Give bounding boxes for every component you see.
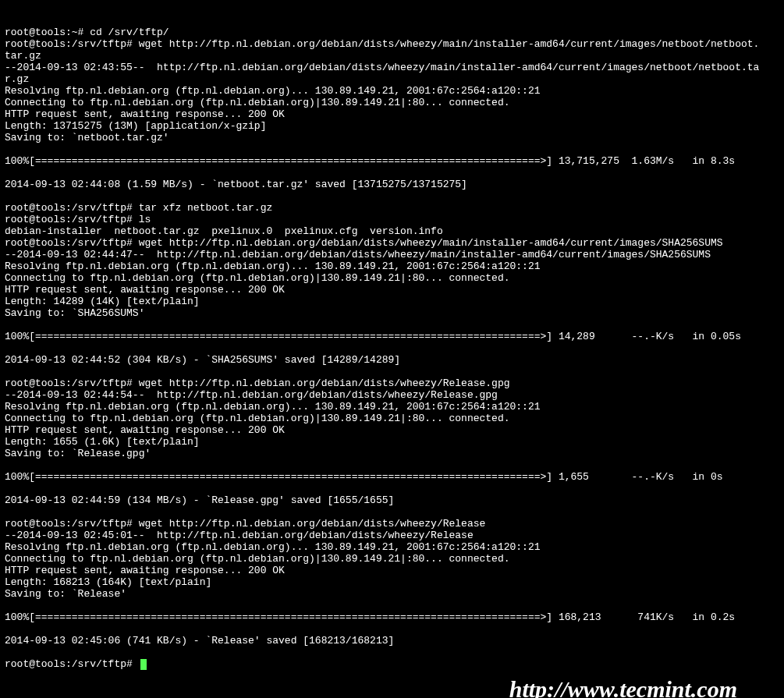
terminal-line (5, 647, 779, 658)
terminal-line (5, 319, 779, 331)
terminal-line: Saving to: `netboot.tar.gz' (5, 132, 779, 143)
terminal-line: root@tools:/srv/tftp# wget http://ftp.nl… (5, 237, 779, 249)
terminal-line: Saving to: `Release.gpg' (5, 448, 779, 459)
terminal-window[interactable]: root@tools:~# cd /srv/tftp/root@tools:/s… (0, 0, 784, 698)
terminal-line: --2014-09-13 02:44:47-- http://ftp.nl.de… (5, 249, 779, 260)
terminal-line: 100%[===================================… (5, 155, 779, 167)
terminal-line: root@tools:/srv/tftp# wget http://ftp.nl… (5, 38, 779, 50)
terminal-line: tar.gz (5, 50, 779, 62)
terminal-line: HTTP request sent, awaiting response... … (5, 284, 779, 296)
terminal-line: --2014-09-13 02:43:55-- http://ftp.nl.de… (5, 62, 779, 73)
terminal-line: Length: 14289 (14K) [text/plain] (5, 296, 779, 307)
terminal-output: root@tools:~# cd /srv/tftp/root@tools:/s… (5, 27, 779, 670)
terminal-line: --2014-09-13 02:44:54-- http://ftp.nl.de… (5, 389, 779, 401)
terminal-line (5, 342, 779, 354)
terminal-line (5, 190, 779, 202)
watermark-text: http://www.tecmint.com (509, 683, 737, 695)
terminal-line: 2014-09-13 02:44:52 (304 KB/s) - `SHA256… (5, 354, 779, 366)
terminal-line: root@tools:/srv/tftp# tar xfz netboot.ta… (5, 202, 779, 214)
terminal-line: 2014-09-13 02:45:06 (741 KB/s) - `Releas… (5, 635, 779, 647)
terminal-line: 2014-09-13 02:44:59 (134 MB/s) - `Releas… (5, 494, 779, 506)
terminal-line: Resolving ftp.nl.debian.org (ftp.nl.debi… (5, 401, 779, 413)
terminal-line: Resolving ftp.nl.debian.org (ftp.nl.debi… (5, 260, 779, 272)
terminal-line: root@tools:/srv/tftp# ls (5, 214, 779, 225)
terminal-line: root@tools:~# cd /srv/tftp/ (5, 27, 779, 38)
terminal-line: Saving to: `Release' (5, 588, 779, 600)
terminal-line (5, 623, 779, 635)
terminal-line: Saving to: `SHA256SUMS' (5, 307, 779, 319)
terminal-line: HTTP request sent, awaiting response... … (5, 108, 779, 120)
terminal-line: Length: 13715275 (13M) [application/x-gz… (5, 120, 779, 132)
terminal-line: 2014-09-13 02:44:08 (1.59 MB/s) - `netbo… (5, 179, 779, 190)
terminal-line: root@tools:/srv/tftp# wget http://ftp.nl… (5, 518, 779, 530)
terminal-line: Connecting to ftp.nl.debian.org (ftp.nl.… (5, 97, 779, 108)
terminal-line: root@tools:/srv/tftp# wget http://ftp.nl… (5, 377, 779, 389)
terminal-line: Connecting to ftp.nl.debian.org (ftp.nl.… (5, 272, 779, 284)
terminal-line (5, 167, 779, 179)
terminal-line (5, 143, 779, 155)
terminal-line (5, 600, 779, 611)
terminal-line: Length: 168213 (164K) [text/plain] (5, 576, 779, 588)
terminal-line: HTTP request sent, awaiting response... … (5, 565, 779, 576)
terminal-line: Length: 1655 (1.6K) [text/plain] (5, 436, 779, 448)
terminal-line: Connecting to ftp.nl.debian.org (ftp.nl.… (5, 413, 779, 424)
terminal-line: root@tools:/srv/tftp# (5, 658, 779, 670)
terminal-line: Resolving ftp.nl.debian.org (ftp.nl.debi… (5, 541, 779, 553)
terminal-line: debian-installer netboot.tar.gz pxelinux… (5, 225, 779, 237)
terminal-line: 100%[===================================… (5, 611, 779, 623)
terminal-line (5, 366, 779, 377)
terminal-line: Connecting to ftp.nl.debian.org (ftp.nl.… (5, 553, 779, 565)
terminal-line (5, 459, 779, 471)
cursor-icon (140, 659, 147, 670)
terminal-line: 100%[===================================… (5, 331, 779, 342)
terminal-line: 100%[===================================… (5, 471, 779, 483)
terminal-line: HTTP request sent, awaiting response... … (5, 424, 779, 436)
terminal-line (5, 506, 779, 518)
terminal-line (5, 483, 779, 494)
terminal-line: --2014-09-13 02:45:01-- http://ftp.nl.de… (5, 530, 779, 541)
terminal-line: r.gz (5, 73, 779, 85)
terminal-line: Resolving ftp.nl.debian.org (ftp.nl.debi… (5, 85, 779, 97)
